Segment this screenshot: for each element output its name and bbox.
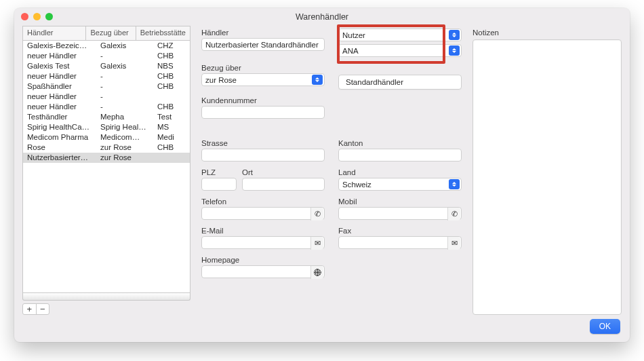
land-label: Land bbox=[338, 168, 462, 176]
dialog-window: Warenhändler Händler Bezug über Betriebs… bbox=[14, 8, 630, 342]
titlebar: Warenhändler bbox=[14, 8, 630, 26]
land-select-value: Schweiz bbox=[342, 180, 371, 189]
cell-bezug: Galexis bbox=[96, 61, 153, 71]
homepage-label: Homepage bbox=[201, 256, 325, 264]
col-bezug[interactable]: Bezug über bbox=[86, 26, 136, 40]
col-handler[interactable]: Händler bbox=[23, 26, 86, 40]
cell-handler: Medicom Pharma bbox=[23, 132, 96, 142]
email-input[interactable]: ✉ bbox=[201, 236, 325, 249]
cell-handler: Spirig HealthCa… bbox=[23, 122, 96, 132]
add-dealer-button[interactable]: + bbox=[23, 304, 37, 314]
envelope-icon[interactable]: ✉ bbox=[447, 237, 460, 250]
notes-textarea[interactable] bbox=[472, 39, 622, 315]
table-row[interactable]: Rosezur RoseCHB bbox=[23, 142, 190, 153]
ok-button[interactable]: OK bbox=[590, 319, 620, 334]
telefon-input[interactable]: ✆ bbox=[201, 207, 325, 220]
table-row[interactable]: Nutzerbasierter…zur Rose bbox=[23, 153, 190, 163]
envelope-icon[interactable]: ✉ bbox=[310, 237, 323, 250]
strasse-input[interactable] bbox=[201, 149, 325, 162]
zoom-icon[interactable] bbox=[45, 13, 53, 20]
cell-betrieb: MS bbox=[153, 122, 190, 132]
table-row[interactable]: neuer Händler-CHB bbox=[23, 71, 190, 81]
kanton-input[interactable] bbox=[338, 149, 462, 162]
table-row[interactable]: Galexis TestGalexisNBS bbox=[23, 61, 190, 71]
cell-betrieb bbox=[153, 153, 190, 163]
kanton-label: Kanton bbox=[338, 139, 462, 147]
homepage-input[interactable]: 🌐︎ bbox=[201, 265, 325, 278]
cell-bezug: - bbox=[96, 81, 153, 92]
remove-dealer-button[interactable]: − bbox=[37, 304, 49, 314]
table-row[interactable]: Galexis-Bezeic…GalexisCHZ bbox=[23, 41, 190, 51]
cell-handler: neuer Händler bbox=[23, 102, 96, 112]
chevron-updown-icon bbox=[449, 179, 460, 189]
cell-handler: neuer Händler bbox=[23, 92, 96, 102]
cell-bezug: - bbox=[96, 92, 153, 102]
cell-bezug: - bbox=[96, 51, 153, 61]
cell-betrieb: NBS bbox=[153, 61, 190, 71]
dealer-table[interactable]: Galexis-Bezeic…GalexisCHZneuer Händler-C… bbox=[22, 40, 190, 293]
cell-bezug: - bbox=[96, 102, 153, 112]
ort-input[interactable] bbox=[242, 178, 325, 191]
phone-icon[interactable]: ✆ bbox=[447, 208, 460, 221]
cell-betrieb: CHB bbox=[153, 81, 190, 92]
cell-betrieb: CHZ bbox=[153, 41, 190, 51]
mobil-label: Mobil bbox=[338, 197, 462, 206]
chevron-updown-icon bbox=[449, 45, 460, 56]
cell-bezug: Spirig Heal… bbox=[96, 122, 153, 132]
cell-bezug: Mepha bbox=[96, 112, 153, 122]
cell-betrieb: CHB bbox=[153, 71, 190, 81]
kundennr-label: Kundennummer bbox=[201, 96, 325, 104]
col-betrieb[interactable]: Betriebsstätte bbox=[136, 26, 190, 40]
chevron-updown-icon bbox=[449, 30, 460, 40]
standard-dealer-button[interactable]: Standardhändler bbox=[338, 75, 462, 90]
telefon-label: Telefon bbox=[201, 197, 325, 206]
scope-select[interactable]: Nutzer bbox=[338, 28, 462, 41]
close-icon[interactable] bbox=[21, 13, 28, 20]
strasse-label: Strasse bbox=[201, 139, 325, 147]
cell-betrieb: Test bbox=[153, 112, 190, 122]
table-row[interactable]: neuer Händler- bbox=[23, 92, 190, 102]
email-label: E-Mail bbox=[201, 227, 325, 235]
cell-betrieb: CHB bbox=[153, 142, 190, 153]
cell-handler: Nutzerbasierter… bbox=[23, 153, 96, 163]
mobil-input[interactable]: ✆ bbox=[338, 207, 462, 220]
handler-input[interactable]: Nutzerbasierter Standardhändler bbox=[201, 38, 325, 51]
minimize-icon[interactable] bbox=[33, 13, 41, 20]
user-select-value: ANA bbox=[342, 47, 359, 55]
cell-handler: Galexis-Bezeic… bbox=[23, 41, 96, 51]
dealer-table-header: Händler Bezug über Betriebsstätte bbox=[22, 26, 190, 40]
horizontal-scrollbar[interactable] bbox=[22, 293, 190, 301]
table-row[interactable]: Spaßhändler-CHB bbox=[23, 81, 190, 92]
bezug-select[interactable]: zur Rose bbox=[201, 73, 325, 86]
cell-bezug: Galexis bbox=[96, 41, 153, 51]
cell-betrieb: CHB bbox=[153, 51, 190, 61]
bezug-select-value: zur Rose bbox=[205, 76, 237, 84]
cell-betrieb bbox=[153, 92, 190, 102]
user-select[interactable]: ANA bbox=[338, 44, 462, 57]
cell-handler: Galexis Test bbox=[23, 61, 96, 71]
globe-icon[interactable]: 🌐︎ bbox=[310, 266, 323, 279]
cell-bezug: - bbox=[96, 71, 153, 81]
cell-handler: neuer Händler bbox=[23, 51, 96, 61]
fax-input[interactable]: ✉ bbox=[338, 236, 462, 249]
cell-betrieb: CHB bbox=[153, 102, 190, 112]
table-row[interactable]: Medicom PharmaMedicom…Medi bbox=[23, 132, 190, 142]
kundennr-input[interactable] bbox=[201, 106, 325, 119]
cell-bezug: zur Rose bbox=[96, 142, 153, 153]
handler-label: Händler bbox=[201, 28, 325, 37]
table-row[interactable]: TesthändlerMephaTest bbox=[23, 112, 190, 122]
window-title: Warenhändler bbox=[296, 12, 348, 22]
land-select[interactable]: Schweiz bbox=[338, 178, 462, 191]
cell-handler: neuer Händler bbox=[23, 71, 96, 81]
table-row[interactable]: Spirig HealthCa…Spirig Heal…MS bbox=[23, 122, 190, 132]
bezug-label: Bezug über bbox=[201, 64, 325, 72]
table-row[interactable]: neuer Händler-CHB bbox=[23, 102, 190, 112]
plz-input[interactable] bbox=[201, 178, 237, 191]
scope-select-value: Nutzer bbox=[342, 31, 365, 39]
table-row[interactable]: neuer Händler-CHB bbox=[23, 51, 190, 61]
notes-label: Notizen bbox=[472, 28, 622, 37]
cell-betrieb: Medi bbox=[153, 132, 190, 142]
dealer-detail-form: Händler Nutzerbasierter Standardhändler … bbox=[201, 26, 462, 315]
phone-icon[interactable]: ✆ bbox=[310, 208, 323, 221]
cell-bezug: zur Rose bbox=[96, 153, 153, 163]
